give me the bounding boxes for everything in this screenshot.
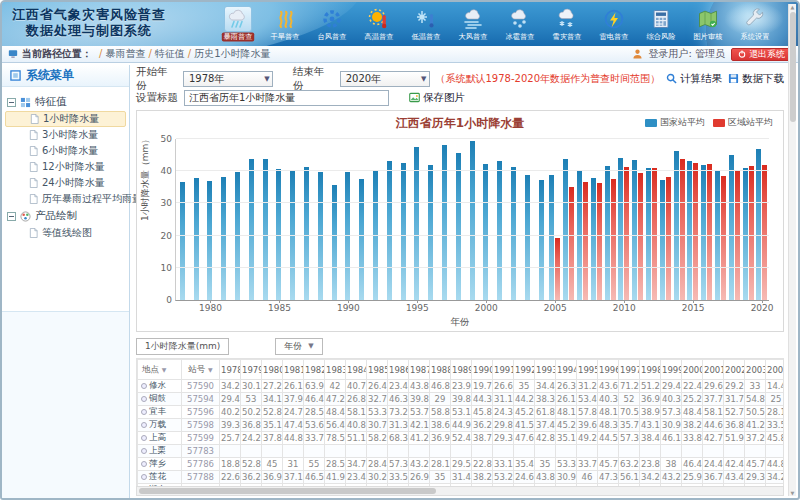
column-header-year-1978[interactable]: 1978 (220, 360, 241, 380)
column-header-year-2003[interactable]: 2003 (745, 360, 766, 380)
table-row-上栗[interactable]: 上栗57783 (138, 445, 785, 458)
table-row-铜鼓[interactable]: 铜鼓5759429.45334.137.946.447.226.832.746.… (138, 393, 785, 406)
column-header-year-1998[interactable]: 1998 (640, 360, 661, 380)
column-header-year-2004[interactable]: 2004 (766, 360, 785, 380)
column-header-year-1995[interactable]: 1995 (577, 360, 598, 380)
column-header-year-2002[interactable]: 2002 (724, 360, 745, 380)
tree-group-特征值[interactable]: 特征值 (5, 93, 126, 111)
bar-group-1986 (286, 139, 300, 300)
legend-item-国家站平均[interactable]: 国家站平均 (645, 116, 705, 129)
table-row-修水[interactable]: 修水5759034.230.127.226.163.94240.726.423.… (138, 380, 785, 393)
toolbar-item-图片审核[interactable]: 图片审核 (684, 4, 731, 46)
chart-title-input[interactable] (184, 90, 389, 106)
x-tick-label: 1995 (406, 303, 429, 313)
column-header-year-1983[interactable]: 1983 (325, 360, 346, 380)
column-header-year-1997[interactable]: 1997 (619, 360, 640, 380)
bar-national-2003 (525, 175, 530, 300)
value-cell: 53.3 (556, 458, 577, 471)
table-row-万载[interactable]: 万载5759839.336.835.147.453.656.440.830.73… (138, 419, 785, 432)
tree-item-12小时降水量[interactable]: 12小时降水量 (5, 159, 126, 175)
toolbar-item-台风普查[interactable]: 台风普查 (308, 4, 355, 46)
filter-row-years: 开始年份 1978年▼ 结束年份 2020年▼ （系统默认1978-2020年数… (136, 69, 784, 88)
column-header-year-2000[interactable]: 2000 (682, 360, 703, 380)
column-header-year-1980[interactable]: 1980 (262, 360, 283, 380)
bar-national-1984 (263, 159, 268, 300)
tree-item-label: 24小时降水量 (42, 176, 105, 190)
value-cell: 45.8 (472, 406, 493, 419)
column-header-year-1992[interactable]: 1992 (514, 360, 535, 380)
bar-group-2005 (549, 139, 563, 300)
horizontal-scrollbar[interactable] (136, 486, 784, 496)
x-tick-label: 2010 (613, 303, 636, 313)
column-header-year-1996[interactable]: 1996 (598, 360, 619, 380)
table-row-莲花[interactable]: 莲花5778822.636.236.937.146.541.923.430.23… (138, 471, 785, 484)
value-cell: 45.7 (598, 458, 619, 471)
column-header-year-1993[interactable]: 1993 (535, 360, 556, 380)
value-cell: 36.9 (262, 471, 283, 484)
column-header-code[interactable]: 站号 ▼ (182, 360, 220, 380)
breadcrumb-items: /暴雨普查/特征值/历史1小时降水量 (96, 47, 271, 61)
tree-item-1小时降水量[interactable]: 1小时降水量 (5, 111, 126, 127)
column-header-year-1999[interactable]: 1999 (661, 360, 682, 380)
toolbar-item-综合风险[interactable]: 综合风险 (637, 4, 684, 46)
table-row-宜丰[interactable]: 宜丰5759640.250.252.824.728.548.458.153.37… (138, 406, 785, 419)
column-header-year-2001[interactable]: 2001 (703, 360, 724, 380)
toolbar-item-雷电普查[interactable]: 雷电普查 (590, 4, 637, 46)
start-year-select[interactable]: 1978年▼ (183, 71, 273, 87)
bar-group-2002 (507, 139, 521, 300)
year-filter-label: 年份 (284, 340, 302, 353)
table-row-上高[interactable]: 上高5759925.724.237.844.833.778.551.158.26… (138, 432, 785, 445)
end-year-select[interactable]: 2020年▼ (340, 71, 430, 87)
bar-group-1990 (342, 139, 356, 300)
logout-button[interactable]: 退出系统 (731, 48, 792, 61)
tree-item-24小时降水量[interactable]: 24小时降水量 (5, 175, 126, 191)
column-header-year-1989[interactable]: 1989 (451, 360, 472, 380)
column-header-year-1994[interactable]: 1994 (556, 360, 577, 380)
breadcrumb-item[interactable]: 暴雨普查 (105, 48, 145, 59)
value-cell: 22.6 (220, 471, 241, 484)
column-header-year-1985[interactable]: 1985 (367, 360, 388, 380)
column-header-year-1987[interactable]: 1987 (409, 360, 430, 380)
toolbar-item-低温普查[interactable]: 低温普查 (402, 4, 449, 46)
column-header-year-1991[interactable]: 1991 (493, 360, 514, 380)
toolbar-item-系统设置[interactable]: 系统设置 (731, 4, 778, 46)
column-header-station[interactable]: 地点 ▼ (138, 360, 182, 380)
tree-item-历年暴雨过程平均雨量[interactable]: 历年暴雨过程平均雨量 (5, 191, 126, 207)
toolbar-item-暴雨普查[interactable]: 暴雨普查 (214, 4, 261, 46)
bar-national-2005 (549, 175, 554, 300)
value-cell: 57.3 (661, 406, 682, 419)
column-header-year-1988[interactable]: 1988 (430, 360, 451, 380)
legend-item-区域站平均[interactable]: 区域站平均 (713, 116, 773, 129)
save-image-button[interactable]: 保存图片 (409, 91, 465, 105)
scroll-down-icon[interactable]: ▼ (791, 490, 795, 496)
app-title-line1: 江西省气象灾害风险普查 (12, 7, 166, 23)
toolbar-item-雪灾普查[interactable]: 雪灾普查 (543, 4, 590, 46)
toolbar-item-干旱普查[interactable]: 干旱普查 (261, 4, 308, 46)
bars-container (176, 139, 769, 300)
table-row-萍乡[interactable]: 萍乡5778618.852.845315528.534.728.457.343.… (138, 458, 785, 471)
column-header-year-1981[interactable]: 1981 (283, 360, 304, 380)
collapse-icon[interactable] (7, 212, 16, 221)
column-header-year-1984[interactable]: 1984 (346, 360, 367, 380)
collapse-icon[interactable] (7, 98, 16, 107)
tree-group-产品绘制[interactable]: 产品绘制 (5, 207, 126, 225)
tree-item-等值线绘图[interactable]: 等值线绘图 (5, 225, 126, 241)
year-filter-select[interactable]: 年份▼ (275, 338, 322, 355)
breadcrumb-item[interactable]: 特征值 (155, 48, 185, 59)
toolbar-item-高温普查[interactable]: 高温普查 (355, 4, 402, 46)
data-download-button[interactable]: 数据下载 (728, 72, 784, 86)
column-header-year-1986[interactable]: 1986 (388, 360, 409, 380)
calc-results-button[interactable]: 计算结果 (666, 72, 722, 86)
column-header-year-1982[interactable]: 1982 (304, 360, 325, 380)
vertical-scrollbar[interactable]: ▲ ▼ (788, 4, 796, 496)
breadcrumb-item[interactable]: 历史1小时降水量 (194, 48, 270, 59)
tree-item-3小时降水量[interactable]: 3小时降水量 (5, 127, 126, 143)
column-header-year-1990[interactable]: 1990 (472, 360, 493, 380)
toolbar-item-大风普查[interactable]: 大风普查 (449, 4, 496, 46)
horizontal-scrollbar-thumb[interactable] (139, 488, 436, 494)
value-cell: 25.9 (682, 471, 703, 484)
bar-national-1990 (345, 172, 350, 300)
toolbar-item-冰雹普查[interactable]: 冰雹普查 (496, 4, 543, 46)
column-header-year-1979[interactable]: 1979 (241, 360, 262, 380)
tree-item-6小时降水量[interactable]: 6小时降水量 (5, 143, 126, 159)
